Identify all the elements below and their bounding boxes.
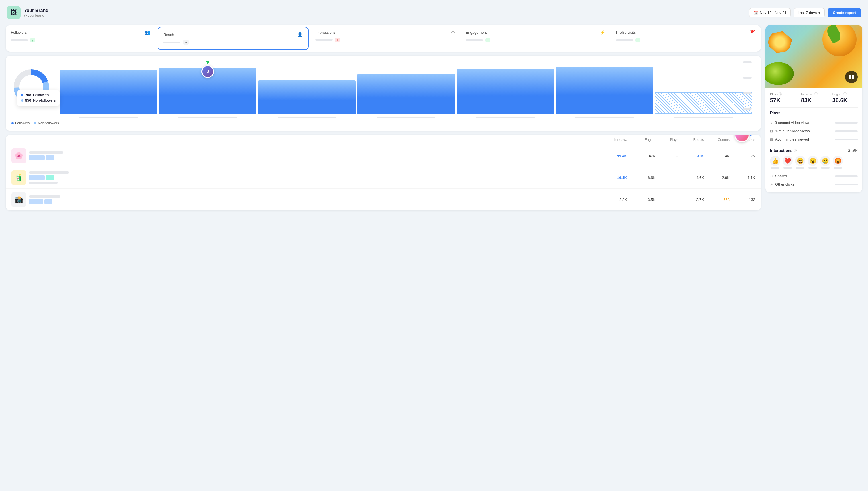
interactions-count: 31.6K	[848, 149, 858, 153]
bar-4	[358, 74, 455, 114]
metric-bar-impressions	[315, 39, 333, 41]
grid-lines	[743, 61, 752, 110]
metrics-row: Followers 👥 ↑ Reach 👤 →	[6, 25, 761, 52]
stat-label-engmt: Engmt.	[832, 92, 842, 96]
cell-shares-3: 132	[730, 198, 755, 202]
plays-section-title: Plays	[770, 111, 858, 115]
right-card: Plays ⓘ 57K Impress. ⓘ 83K	[766, 25, 862, 193]
metric-header-reach: Reach 👤	[163, 32, 303, 37]
chart-container: 768 Followers 956 Non-followers	[6, 56, 761, 131]
table-row[interactable]: 🌸 99.4K 47K -- 31K 14K 2K	[6, 145, 761, 167]
metric-badge-profile-visits: ↑	[636, 38, 641, 42]
calendar-icon: 📅	[753, 10, 758, 15]
date-range-label: Nov 12 - Nov 21	[760, 10, 786, 15]
table-avatar-overlay: A ▶	[735, 135, 749, 142]
play-metric-bar-1	[835, 122, 858, 124]
tooltip-non-followers-label: Non-followers	[33, 98, 56, 103]
metric-value-row-reach: →	[163, 40, 303, 45]
play-metric-2[interactable]: ⊡ 1-minute video views	[770, 127, 858, 135]
emoji-wow: 😮	[808, 156, 818, 169]
metric-header-profile-visits: Profile visits 🚩	[616, 30, 756, 35]
table-row[interactable]: 📸 8.8K 3.5K -- 2.7K 668 132	[6, 189, 761, 210]
legend-item-non-followers: Non-followers	[34, 121, 59, 125]
emoji-haha-icon: 😆	[795, 156, 805, 166]
info-icon-engmt[interactable]: ⓘ	[843, 92, 847, 96]
legend-label-followers: Followers	[15, 121, 30, 125]
row-thumb-2: 🧃	[11, 170, 26, 185]
interactions-label: Interactions	[770, 148, 793, 153]
divider-1	[770, 108, 858, 108]
bar-label-6	[575, 117, 633, 118]
info-icon-interactions[interactable]: ⓘ	[794, 149, 797, 153]
tooltip-dot-non-followers	[21, 99, 23, 102]
stat-plays: Plays ⓘ 57K	[770, 92, 795, 104]
emoji-sad: 😢	[820, 156, 830, 169]
emoji-angry: 😡	[833, 156, 843, 169]
lightning-icon: ⚡	[600, 30, 606, 35]
metric-card-reach[interactable]: Reach 👤 →	[158, 27, 309, 50]
plays-section: Plays ▷ 3-second video views ⊡ 1-minute …	[770, 111, 858, 143]
cell-shares-1: 2K	[730, 154, 755, 158]
play-button[interactable]	[845, 71, 858, 83]
bar-group-4	[358, 67, 455, 118]
meta-line-3a	[29, 195, 60, 198]
tag-1b	[46, 155, 55, 160]
bar-chart: J	[57, 67, 755, 118]
bar-3	[258, 80, 355, 114]
metric-card-engagement[interactable]: Engagement ⚡ ↑	[461, 25, 611, 52]
metric-value-row-engagement: ↑	[466, 38, 606, 42]
play-metric-left-3: ⊡ Avg. minutes viewed	[770, 137, 809, 141]
emoji-like-icon: 👍	[770, 156, 780, 166]
metric-card-followers[interactable]: Followers 👥 ↑	[6, 25, 156, 52]
grid-line-low	[743, 92, 752, 94]
stats-row: Plays ⓘ 57K Impress. ⓘ 83K	[770, 92, 858, 104]
bar-group-6	[556, 67, 653, 118]
bar-group-3	[258, 67, 355, 118]
grid-line-top	[743, 61, 752, 63]
metric-bar	[11, 39, 28, 41]
thumb-emoji-3: 📸	[11, 192, 26, 207]
tag-3b	[44, 199, 53, 204]
interaction-metric-clicks[interactable]: ↗ Other clicks	[770, 180, 858, 189]
chart-tooltip: 768 Followers 956 Non-followers	[17, 90, 60, 106]
col-header-impress: Impress.	[598, 138, 627, 142]
interaction-metric-left-clicks: ↗ Other clicks	[770, 182, 795, 186]
brand-handle: @yourbrand	[24, 13, 49, 18]
metric-card-profile-visits[interactable]: Profile visits 🚩 ↑	[611, 25, 761, 52]
row-meta-3	[29, 195, 60, 204]
tag-2a	[29, 175, 45, 180]
clicks-label: Other clicks	[775, 182, 795, 186]
bar-group-5	[457, 67, 554, 118]
legend-dot-followers	[11, 122, 14, 124]
table-row[interactable]: 🧃 16.1K 8.6K -- 4.6K 2.9K 1	[6, 167, 761, 189]
info-icon-plays[interactable]: ⓘ	[779, 92, 782, 96]
emoji-like-bar	[771, 167, 779, 169]
emoji-angry-bar	[834, 167, 842, 169]
emoji-sad-bar	[821, 167, 830, 169]
col-header-engmt: Engmt.	[627, 138, 655, 142]
tooltip-row-followers: 768 Followers	[21, 93, 56, 97]
play-metric-3[interactable]: ⊡ Avg. minutes viewed	[770, 135, 858, 143]
play-metric-1[interactable]: ▷ 3-second video views	[770, 119, 858, 127]
cell-comms-2: 2.9K	[704, 176, 730, 180]
info-icon-impress[interactable]: ⓘ	[814, 92, 817, 96]
metric-card-impressions[interactable]: Impressions 👁 ↓	[310, 25, 461, 52]
play-metric-icon-3: ⊡	[770, 138, 773, 141]
tag-3a	[29, 199, 43, 204]
date-range-button[interactable]: 📅 Nov 12 - Nov 21	[749, 8, 791, 18]
interaction-metric-shares[interactable]: ↻ Shares	[770, 172, 858, 180]
brand-section: 🖼 Your Brand @yourbrand	[7, 6, 49, 19]
divider-2	[770, 145, 858, 145]
tooltip-row-non-followers: 956 Non-followers	[21, 98, 56, 103]
legend-label-non-followers: Non-followers	[38, 121, 59, 125]
cell-shares-2: 1.1K	[730, 176, 755, 180]
pointer-arrow-icon: ▶	[750, 135, 754, 137]
table-avatar-circle: A	[735, 135, 749, 142]
main-layout: Followers 👥 ↑ Reach 👤 →	[6, 25, 862, 210]
meta-line-2a	[29, 171, 69, 174]
emoji-love-bar	[783, 167, 792, 169]
create-report-button[interactable]: Create report	[828, 8, 861, 18]
meta-line-2b	[29, 182, 58, 184]
cell-reacts-3: 2.7K	[678, 198, 704, 202]
period-dropdown[interactable]: Last 7 days ▾	[794, 8, 825, 18]
